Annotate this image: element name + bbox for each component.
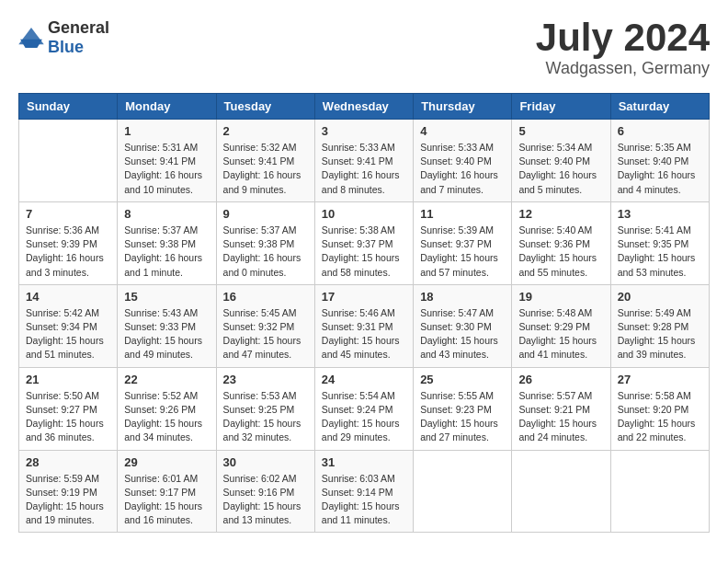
logo: General Blue (18, 18, 109, 57)
weekday-header-friday: Friday (512, 94, 610, 120)
calendar-cell: 28Sunrise: 5:59 AM Sunset: 9:19 PM Dayli… (19, 450, 118, 533)
day-info: Sunrise: 5:52 AM Sunset: 9:26 PM Dayligh… (124, 389, 209, 445)
logo-general-text: General (48, 18, 109, 37)
calendar-cell: 27Sunrise: 5:58 AM Sunset: 9:20 PM Dayli… (610, 367, 709, 450)
day-info: Sunrise: 5:31 AM Sunset: 9:41 PM Dayligh… (124, 141, 209, 197)
day-info: Sunrise: 5:41 AM Sunset: 9:35 PM Dayligh… (618, 224, 702, 280)
day-number: 16 (223, 290, 308, 304)
calendar-cell: 30Sunrise: 6:02 AM Sunset: 9:16 PM Dayli… (216, 450, 314, 533)
day-number: 20 (618, 290, 702, 304)
calendar-cell (610, 450, 709, 533)
day-info: Sunrise: 6:01 AM Sunset: 9:17 PM Dayligh… (124, 472, 209, 528)
calendar-cell: 6Sunrise: 5:35 AM Sunset: 9:40 PM Daylig… (610, 120, 709, 202)
calendar-cell: 22Sunrise: 5:52 AM Sunset: 9:26 PM Dayli… (118, 367, 216, 450)
calendar-header-row: SundayMondayTuesdayWednesdayThursdayFrid… (19, 94, 710, 120)
calendar-cell: 11Sunrise: 5:39 AM Sunset: 9:37 PM Dayli… (414, 201, 512, 284)
day-info: Sunrise: 5:33 AM Sunset: 9:40 PM Dayligh… (420, 141, 505, 197)
calendar-cell: 26Sunrise: 5:57 AM Sunset: 9:21 PM Dayli… (512, 367, 610, 450)
day-number: 31 (322, 455, 406, 469)
logo-icon (18, 28, 44, 48)
calendar-cell: 23Sunrise: 5:53 AM Sunset: 9:25 PM Dayli… (216, 367, 314, 450)
calendar-cell: 13Sunrise: 5:41 AM Sunset: 9:35 PM Dayli… (610, 201, 709, 284)
day-number: 3 (322, 124, 406, 138)
calendar-week-row: 14Sunrise: 5:42 AM Sunset: 9:34 PM Dayli… (19, 284, 710, 367)
day-number: 4 (420, 124, 505, 138)
day-number: 18 (420, 290, 505, 304)
day-info: Sunrise: 5:43 AM Sunset: 9:33 PM Dayligh… (124, 306, 209, 362)
day-number: 17 (322, 290, 406, 304)
weekday-header-wednesday: Wednesday (314, 94, 413, 120)
day-info: Sunrise: 5:58 AM Sunset: 9:20 PM Dayligh… (618, 389, 702, 445)
day-number: 24 (322, 373, 406, 386)
day-info: Sunrise: 5:38 AM Sunset: 9:37 PM Dayligh… (322, 224, 406, 280)
calendar-week-row: 21Sunrise: 5:50 AM Sunset: 9:27 PM Dayli… (19, 367, 710, 450)
day-info: Sunrise: 5:37 AM Sunset: 9:38 PM Dayligh… (124, 224, 209, 280)
day-info: Sunrise: 5:33 AM Sunset: 9:41 PM Dayligh… (322, 141, 406, 197)
calendar-cell: 3Sunrise: 5:33 AM Sunset: 9:41 PM Daylig… (314, 120, 413, 202)
calendar-week-row: 7Sunrise: 5:36 AM Sunset: 9:39 PM Daylig… (19, 201, 710, 284)
day-info: Sunrise: 5:36 AM Sunset: 9:39 PM Dayligh… (26, 224, 110, 280)
calendar-cell: 10Sunrise: 5:38 AM Sunset: 9:37 PM Dayli… (314, 201, 413, 284)
day-info: Sunrise: 5:34 AM Sunset: 9:40 PM Dayligh… (518, 141, 603, 197)
day-number: 12 (518, 207, 603, 221)
svg-marker-1 (20, 40, 42, 48)
calendar-cell: 12Sunrise: 5:40 AM Sunset: 9:36 PM Dayli… (512, 201, 610, 284)
day-number: 7 (26, 207, 110, 221)
calendar-cell: 21Sunrise: 5:50 AM Sunset: 9:27 PM Dayli… (19, 367, 118, 450)
weekday-header-thursday: Thursday (414, 94, 512, 120)
calendar-cell: 4Sunrise: 5:33 AM Sunset: 9:40 PM Daylig… (414, 120, 512, 202)
page-header: General Blue July 2024 Wadgassen, German… (18, 18, 710, 78)
day-number: 30 (223, 455, 308, 469)
day-number: 14 (26, 290, 110, 304)
calendar-cell: 18Sunrise: 5:47 AM Sunset: 9:30 PM Dayli… (414, 284, 512, 367)
calendar-cell: 19Sunrise: 5:48 AM Sunset: 9:29 PM Dayli… (512, 284, 610, 367)
calendar-cell (512, 450, 610, 533)
calendar-cell (414, 450, 512, 533)
day-number: 15 (124, 290, 209, 304)
calendar-cell: 14Sunrise: 5:42 AM Sunset: 9:34 PM Dayli… (19, 284, 118, 367)
day-number: 10 (322, 207, 406, 221)
calendar-cell: 9Sunrise: 5:37 AM Sunset: 9:38 PM Daylig… (216, 201, 314, 284)
weekday-header-saturday: Saturday (610, 94, 709, 120)
calendar-table: SundayMondayTuesdayWednesdayThursdayFrid… (18, 93, 710, 533)
day-info: Sunrise: 6:03 AM Sunset: 9:14 PM Dayligh… (322, 472, 406, 528)
calendar-week-row: 1Sunrise: 5:31 AM Sunset: 9:41 PM Daylig… (19, 120, 710, 202)
day-info: Sunrise: 5:49 AM Sunset: 9:28 PM Dayligh… (618, 306, 702, 362)
day-number: 19 (518, 290, 603, 304)
day-info: Sunrise: 5:35 AM Sunset: 9:40 PM Dayligh… (618, 141, 702, 197)
calendar-cell: 15Sunrise: 5:43 AM Sunset: 9:33 PM Dayli… (118, 284, 216, 367)
calendar-week-row: 28Sunrise: 5:59 AM Sunset: 9:19 PM Dayli… (19, 450, 710, 533)
logo-blue-text: Blue (48, 38, 84, 56)
day-number: 6 (618, 124, 702, 138)
calendar-cell: 16Sunrise: 5:45 AM Sunset: 9:32 PM Dayli… (216, 284, 314, 367)
day-info: Sunrise: 5:40 AM Sunset: 9:36 PM Dayligh… (518, 224, 603, 280)
calendar-cell: 7Sunrise: 5:36 AM Sunset: 9:39 PM Daylig… (19, 201, 118, 284)
day-number: 21 (26, 373, 110, 386)
day-number: 29 (124, 455, 209, 469)
day-number: 13 (618, 207, 702, 221)
day-info: Sunrise: 5:47 AM Sunset: 9:30 PM Dayligh… (420, 306, 505, 362)
weekday-header-tuesday: Tuesday (216, 94, 314, 120)
month-title: July 2024 (536, 18, 710, 57)
calendar-cell: 25Sunrise: 5:55 AM Sunset: 9:23 PM Dayli… (414, 367, 512, 450)
day-info: Sunrise: 5:59 AM Sunset: 9:19 PM Dayligh… (26, 472, 110, 528)
day-info: Sunrise: 5:55 AM Sunset: 9:23 PM Dayligh… (420, 389, 505, 445)
day-number: 1 (124, 124, 209, 138)
day-info: Sunrise: 5:39 AM Sunset: 9:37 PM Dayligh… (420, 224, 505, 280)
calendar-cell: 5Sunrise: 5:34 AM Sunset: 9:40 PM Daylig… (512, 120, 610, 202)
day-number: 2 (223, 124, 308, 138)
day-number: 26 (518, 373, 603, 386)
day-info: Sunrise: 5:48 AM Sunset: 9:29 PM Dayligh… (518, 306, 603, 362)
day-info: Sunrise: 5:50 AM Sunset: 9:27 PM Dayligh… (26, 389, 110, 445)
title-block: July 2024 Wadgassen, Germany (536, 18, 710, 78)
calendar-cell: 29Sunrise: 6:01 AM Sunset: 9:17 PM Dayli… (118, 450, 216, 533)
day-info: Sunrise: 5:42 AM Sunset: 9:34 PM Dayligh… (26, 306, 110, 362)
calendar-cell: 1Sunrise: 5:31 AM Sunset: 9:41 PM Daylig… (118, 120, 216, 202)
calendar-cell: 24Sunrise: 5:54 AM Sunset: 9:24 PM Dayli… (314, 367, 413, 450)
calendar-cell (19, 120, 118, 202)
day-number: 5 (518, 124, 603, 138)
day-info: Sunrise: 5:53 AM Sunset: 9:25 PM Dayligh… (223, 389, 308, 445)
day-info: Sunrise: 5:32 AM Sunset: 9:41 PM Dayligh… (223, 141, 308, 197)
weekday-header-monday: Monday (118, 94, 216, 120)
day-number: 11 (420, 207, 505, 221)
